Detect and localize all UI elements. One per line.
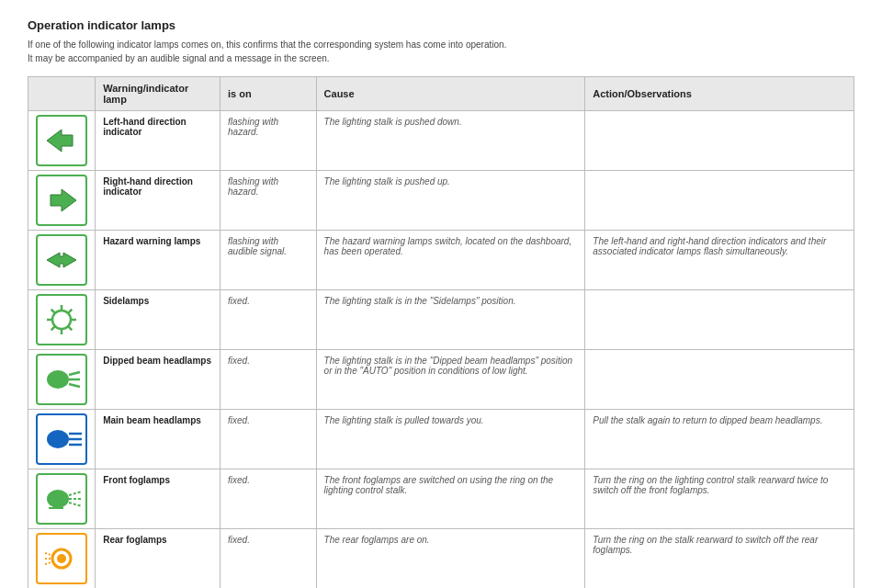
col-header-icon <box>28 77 96 111</box>
double-arrow-icon <box>36 234 87 286</box>
rear-foglamps-icon <box>36 533 87 584</box>
lamp-action <box>585 290 854 350</box>
svg-marker-0 <box>47 130 73 152</box>
svg-line-9 <box>68 326 72 330</box>
lamp-action <box>585 350 854 410</box>
svg-line-8 <box>51 310 55 313</box>
lamp-ison: flashing with audible signal. <box>220 231 317 290</box>
lamp-name: Dipped beam headlamps <box>96 350 220 410</box>
lamp-ison: fixed. <box>220 410 317 469</box>
lamp-cause: The lighting stalk is pushed up. <box>316 171 585 231</box>
lamp-ison: flashing with hazard. <box>220 111 317 171</box>
lamp-action <box>585 171 854 231</box>
lamp-name: Sidelamps <box>96 290 220 350</box>
lamp-name: Right-hand direction indicator <box>96 171 220 231</box>
dipped-beam-icon <box>36 354 87 405</box>
svg-line-15 <box>69 384 80 387</box>
icon-cell <box>28 111 96 171</box>
svg-line-24 <box>69 503 82 506</box>
icon-cell <box>28 529 96 589</box>
lamp-cause: The rear foglamps are on. <box>316 529 585 589</box>
lamp-name: Main beam headlamps <box>96 410 220 469</box>
right-arrow-icon <box>36 175 87 226</box>
svg-marker-1 <box>51 189 76 211</box>
lamp-action: Turn the ring on the stalk rearward to s… <box>585 529 854 589</box>
lamp-cause: The hazard warning lamps switch, located… <box>316 231 585 290</box>
svg-line-22 <box>69 492 82 495</box>
lamp-action: Turn the ring on the lighting control st… <box>585 469 854 529</box>
front-foglamps-icon <box>36 473 87 525</box>
icon-cell <box>28 350 96 410</box>
table-row: Rear foglamps fixed. The rear foglamps a… <box>28 529 854 589</box>
lamp-action: The left-hand and right-hand direction i… <box>585 231 854 290</box>
svg-line-11 <box>51 326 55 330</box>
table-row: Sidelamps fixed. The lighting stalk is i… <box>28 290 854 350</box>
lamp-cause: The front foglamps are switched on using… <box>316 469 585 529</box>
lamp-name: Left-hand direction indicator <box>96 111 220 171</box>
col-header-ison: is on <box>220 77 317 111</box>
table-row: Right-hand direction indicator flashing … <box>28 171 854 231</box>
lamp-ison: fixed. <box>220 350 317 410</box>
svg-point-3 <box>52 311 71 329</box>
svg-point-27 <box>57 554 66 563</box>
icon-cell <box>28 231 96 290</box>
sidelamps-icon <box>36 294 87 345</box>
col-header-cause: Cause <box>316 77 585 111</box>
icon-cell <box>28 410 96 469</box>
lamp-name: Hazard warning lamps <box>96 231 220 290</box>
lamp-cause: The lighting stalk is in the "Dipped bea… <box>316 350 585 410</box>
table-row: Left-hand direction indicator flashing w… <box>28 111 854 171</box>
icon-cell <box>28 469 96 529</box>
lamp-ison: fixed. <box>220 469 317 529</box>
lamp-action <box>585 111 854 171</box>
lamp-ison: fixed. <box>220 529 317 589</box>
svg-line-13 <box>69 372 80 375</box>
icon-cell <box>28 171 96 231</box>
page-intro: If one of the following indicator lamps … <box>28 38 854 65</box>
lamp-cause: The lighting stalk is pulled towards you… <box>316 410 585 469</box>
main-beam-icon <box>36 413 87 465</box>
lamp-name: Front foglamps <box>96 469 220 529</box>
table-row: Hazard warning lamps flashing with audib… <box>28 231 854 290</box>
svg-line-10 <box>68 310 72 313</box>
lamp-ison: flashing with hazard. <box>220 171 317 231</box>
lamp-cause: The lighting stalk is in the "Sidelamps"… <box>316 290 585 350</box>
indicator-lamps-table: Warning/indicator lamp is on Cause Actio… <box>28 76 854 588</box>
left-arrow-icon <box>36 115 87 166</box>
lamp-cause: The lighting stalk is pushed down. <box>316 111 585 171</box>
svg-point-12 <box>47 370 69 389</box>
col-header-name: Warning/indicator lamp <box>96 77 220 111</box>
svg-point-17 <box>47 430 69 448</box>
col-header-action: Action/Observations <box>585 77 854 111</box>
lamp-name: Rear foglamps <box>96 529 220 589</box>
table-row: Dipped beam headlamps fixed. The lightin… <box>28 350 854 410</box>
svg-marker-2 <box>47 253 76 267</box>
lamp-ison: fixed. <box>220 290 317 350</box>
page-title: Operation indicator lamps <box>28 18 854 32</box>
icon-cell <box>28 290 96 350</box>
svg-point-21 <box>47 490 69 508</box>
table-row: Front foglamps fixed. The front foglamps… <box>28 469 854 529</box>
lamp-action: Pull the stalk again to return to dipped… <box>585 410 854 469</box>
table-row: Main beam headlamps fixed. The lighting … <box>28 410 854 469</box>
